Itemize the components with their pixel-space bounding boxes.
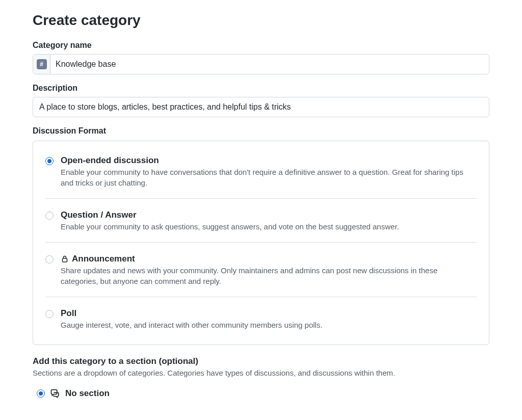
discussion-icon bbox=[50, 388, 60, 399]
section-option-label: No section bbox=[65, 388, 110, 399]
emoji-picker-button[interactable]: # bbox=[33, 55, 50, 74]
description-group: Description bbox=[33, 84, 489, 117]
category-name-input-wrap: # bbox=[33, 54, 489, 74]
section-subtitle: Sections are a dropdown of categories. C… bbox=[33, 369, 489, 377]
format-desc: Share updates and news with your communi… bbox=[61, 265, 477, 286]
section-title: Add this category to a section (optional… bbox=[33, 356, 489, 366]
svg-rect-0 bbox=[63, 258, 67, 262]
format-desc: Enable your community to have conversati… bbox=[61, 167, 477, 188]
format-title: Question / Answer bbox=[61, 210, 477, 220]
category-name-input[interactable] bbox=[50, 55, 489, 74]
section-option-none[interactable]: No section bbox=[33, 388, 489, 399]
format-option-announcement[interactable]: Announcement Share updates and news with… bbox=[45, 251, 477, 297]
format-radio-qa[interactable] bbox=[45, 212, 54, 220]
format-option-poll[interactable]: Poll Gauge interest, vote, and interact … bbox=[45, 305, 477, 340]
format-title: Announcement bbox=[61, 254, 477, 264]
format-radio-announcement[interactable] bbox=[45, 255, 54, 264]
discussion-format-box: Open-ended discussion Enable your commun… bbox=[33, 141, 489, 345]
format-radio-poll[interactable] bbox=[45, 310, 54, 318]
lock-icon bbox=[61, 255, 69, 263]
page-title: Create category bbox=[33, 12, 489, 29]
section-radio-none[interactable] bbox=[37, 389, 45, 398]
section-block: Add this category to a section (optional… bbox=[33, 356, 489, 399]
format-title: Poll bbox=[61, 308, 477, 319]
description-label: Description bbox=[33, 84, 489, 93]
format-option-open-ended[interactable]: Open-ended discussion Enable your commun… bbox=[45, 152, 477, 199]
category-name-label: Category name bbox=[33, 41, 489, 50]
format-option-qa[interactable]: Question / Answer Enable your community … bbox=[45, 207, 477, 243]
description-input[interactable] bbox=[33, 97, 489, 117]
hash-icon: # bbox=[37, 59, 47, 69]
discussion-format-label: Discussion Format bbox=[33, 126, 489, 136]
format-title: Open-ended discussion bbox=[61, 155, 477, 166]
format-desc: Gauge interest, vote, and interact with … bbox=[61, 320, 477, 330]
format-radio-open-ended[interactable] bbox=[45, 157, 54, 165]
format-desc: Enable your community to ask questions, … bbox=[61, 221, 477, 232]
discussion-format-group: Discussion Format Open-ended discussion … bbox=[33, 126, 489, 345]
category-name-group: Category name # bbox=[33, 41, 489, 74]
